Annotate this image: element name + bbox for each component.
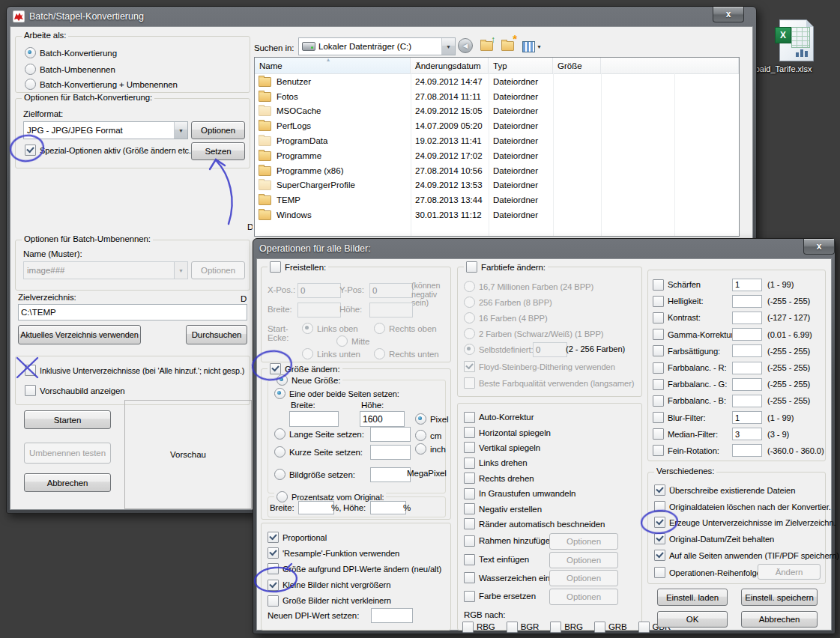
overwrite-checkbox[interactable]: Überschreibe existierende Dateien	[654, 484, 795, 496]
checkbox-icon[interactable]	[268, 595, 279, 607]
operations-order-checkbox[interactable]: Operationen-Reihenfolge	[654, 567, 761, 578]
transform-checkbox[interactable]: Ränder automatisch beschneiden	[458, 517, 641, 532]
long-side-input[interactable]	[370, 427, 411, 442]
checkbox-icon[interactable]	[654, 567, 665, 578]
adjustment-row[interactable]: Farbbalanc. - B: (-255 - 255)	[648, 392, 825, 409]
height-input[interactable]: 1600	[360, 411, 405, 427]
checkbox-icon[interactable]	[653, 395, 664, 407]
transform-checkbox[interactable]: Rechts drehen	[458, 471, 641, 486]
adjustment-input[interactable]	[732, 362, 762, 374]
keep-date-checkbox[interactable]: Original-Datum/Zeit behalten	[654, 533, 774, 544]
transform-option-row[interactable]: Wasserzeichen einf. Optionen	[458, 568, 641, 587]
adjustment-input[interactable]	[732, 312, 762, 324]
checkbox-icon[interactable]	[653, 312, 664, 323]
dialog-close-button[interactable]: x	[803, 239, 835, 255]
look-in-select[interactable]: Lokaler Datenträger (C:) ▼	[298, 37, 456, 55]
radio-icon[interactable]	[25, 79, 36, 90]
all-pages-checkbox[interactable]: Auf alle Seiten anwenden (TIF/PDF speich…	[654, 550, 839, 561]
view-menu-button[interactable]: ▼	[520, 38, 537, 55]
transform-checkbox[interactable]: Negativ erstellen	[458, 501, 641, 516]
pct-height-input[interactable]	[370, 501, 406, 514]
file-row[interactable]: Benutzer 24.09.2012 14:47 Dateiordner	[255, 74, 739, 89]
file-row[interactable]: ProgramData 19.02.2013 11:41 Dateiordner	[255, 133, 739, 148]
checkbox-icon[interactable]	[464, 427, 475, 438]
file-row[interactable]: SuperChargerProfile 24.09.2012 13:53 Dat…	[255, 178, 739, 193]
load-settings-button[interactable]: Einstell. laden	[657, 589, 728, 606]
adjustment-row[interactable]: Schärfen 1 (1 - 99)	[648, 276, 825, 293]
radio-icon[interactable]	[274, 428, 285, 440]
radio-icon[interactable]	[415, 413, 426, 425]
file-row[interactable]: PerfLogs 14.07.2009 05:20 Dateiordner	[255, 118, 739, 133]
checkbox-icon[interactable]	[654, 484, 665, 496]
pct-width-input[interactable]	[298, 501, 334, 514]
browse-button[interactable]: Durchsuchen	[186, 325, 247, 344]
column-header-name[interactable]: Name ▴	[255, 58, 411, 73]
checkbox-icon[interactable]	[464, 554, 475, 565]
checkbox-icon[interactable]	[268, 580, 279, 591]
adjustment-row[interactable]: Fein-Rotation: (-360.0 - 360.0)	[648, 443, 825, 459]
transform-checkbox[interactable]: Vertikal spiegeln	[458, 440, 641, 455]
adjustment-row[interactable]: Kontrast: (-127 - 127)	[648, 309, 825, 326]
column-header-type[interactable]: Typ	[489, 58, 553, 73]
checkbox-icon[interactable]	[653, 428, 664, 440]
megapixel-input[interactable]	[370, 467, 411, 482]
radio-icon[interactable]	[415, 430, 426, 441]
adjustment-row[interactable]: Gamma-Korrektur: (0.01 - 6.99)	[648, 326, 825, 343]
size-flag-checkbox[interactable]: Große Bilder nicht verkleinern	[262, 593, 450, 609]
checkbox-icon[interactable]	[464, 412, 475, 423]
size-flag-checkbox[interactable]: 'Resample'-Funktion verwenden	[262, 545, 450, 561]
dpi-input[interactable]	[371, 608, 413, 623]
checkbox-icon[interactable]	[462, 622, 474, 633]
show-preview-checkbox[interactable]: Vorschaubild anzeigen	[25, 385, 125, 396]
adjustment-input[interactable]	[732, 444, 762, 457]
cancel-button[interactable]: Abbrechen	[24, 473, 111, 492]
radio-batch-both[interactable]: Batch-Konvertierung + Umbenennen	[25, 79, 178, 90]
short-side-input[interactable]	[370, 445, 411, 460]
target-dir-input[interactable]: C:\TEMP	[18, 304, 247, 320]
size-flag-checkbox[interactable]: Größe aufgrund DPI-Werte ändern (neu/alt…	[262, 561, 450, 577]
transform-option-row[interactable]: Text einfügen Optionen	[458, 550, 641, 569]
rgb-checkbox[interactable]: BRG	[550, 622, 583, 633]
checkbox-icon[interactable]	[25, 385, 36, 396]
adjustment-input[interactable]: 3	[732, 428, 762, 440]
rgb-checkbox[interactable]: GRB	[594, 622, 627, 633]
checkbox-icon[interactable]	[594, 622, 605, 633]
file-row[interactable]: Programme (x86) 27.08.2014 10:56 Dateior…	[255, 163, 739, 178]
checkbox-icon[interactable]	[25, 145, 36, 156]
size-flag-checkbox[interactable]: Kleine Bilder nicht vergrößern	[262, 577, 450, 593]
close-button[interactable]: x	[713, 7, 744, 22]
checkbox-icon[interactable]	[464, 535, 475, 547]
radio-icon[interactable]	[25, 47, 36, 58]
megapixel-radio[interactable]: Bildgröße setzen:	[274, 469, 355, 480]
checkbox-icon[interactable]	[654, 550, 665, 561]
checkbox-icon[interactable]	[464, 518, 475, 529]
short-side-radio[interactable]: Kurze Seite setzen:	[274, 446, 363, 458]
width-input[interactable]	[289, 411, 339, 427]
desktop-file-icon[interactable]: X SL_Prepaid_Tarife.xlsx	[752, 19, 840, 79]
transform-checkbox[interactable]: Auto-Korrektur	[458, 410, 641, 425]
both-sides-radio[interactable]: Eine oder beide Seiten setzen:	[274, 388, 399, 399]
save-settings-button[interactable]: Einstell. speichern	[741, 589, 818, 606]
file-row[interactable]: Windows 30.01.2013 11:12 Dateiordner	[255, 207, 739, 222]
file-row[interactable]: MSOCache 24.09.2012 15:05 Dateiordner	[255, 104, 739, 119]
radio-icon[interactable]	[274, 388, 285, 399]
adjustment-input[interactable]	[732, 378, 762, 391]
checkbox-icon[interactable]	[654, 517, 665, 528]
dialog-cancel-button[interactable]: Abbrechen	[741, 611, 818, 628]
checkbox-icon[interactable]	[653, 279, 664, 291]
checkbox-icon[interactable]	[464, 488, 475, 499]
adjustment-row[interactable]: Farbbalanc. - G: (-255 - 255)	[648, 376, 825, 392]
checkbox-icon[interactable]	[464, 572, 475, 583]
checkbox-icon[interactable]	[653, 379, 664, 390]
radio-batch-rename[interactable]: Batch-Umbenennen	[25, 64, 115, 75]
checkbox-icon[interactable]	[653, 362, 664, 374]
chevron-down-ic on[interactable]: ▼	[441, 38, 455, 55]
ok-button[interactable]: OK	[657, 611, 728, 628]
target-format-select[interactable]: JPG - JPG/JPEG Format ▼	[23, 121, 188, 139]
file-row[interactable]: Fotos 27.08.2014 11:11 Dateiordner	[255, 89, 739, 104]
checkbox-icon[interactable]	[464, 473, 475, 484]
unit-cm-radio[interactable]: cm	[415, 430, 441, 441]
unit-pixel-radio[interactable]: Pixel	[415, 413, 448, 425]
create-subdirs-checkbox[interactable]: Erzeuge Unterverzeichnisse im Zielverzei…	[654, 517, 836, 528]
checkbox-icon[interactable]	[653, 345, 664, 356]
